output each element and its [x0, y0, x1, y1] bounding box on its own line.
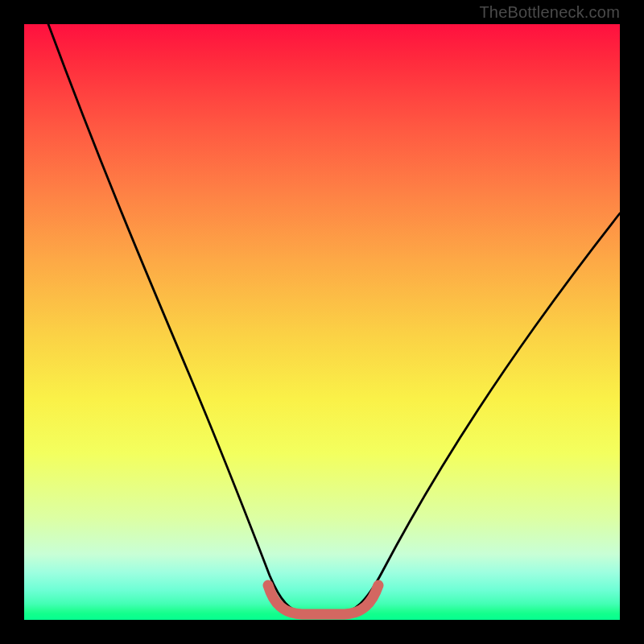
- chart-stage: TheBottleneck.com #000000 #ff103f #06ff9…: [0, 0, 644, 644]
- trough-marker: [268, 585, 378, 614]
- curve-layer: [24, 24, 620, 620]
- attribution-text: TheBottleneck.com: [479, 3, 620, 22]
- plot-area: [24, 24, 620, 620]
- bottleneck-curve: [48, 24, 620, 614]
